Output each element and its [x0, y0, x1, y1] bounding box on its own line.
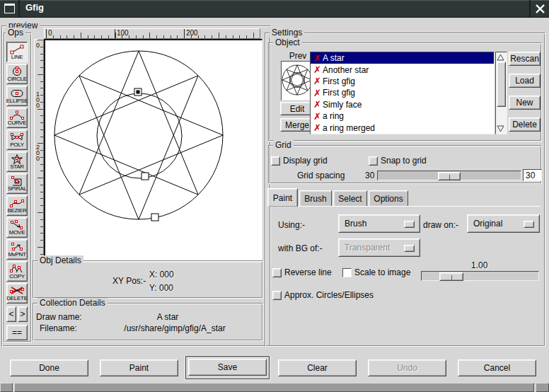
- object-marker-icon: ✗: [312, 123, 323, 132]
- load-button[interactable]: Load: [509, 74, 541, 88]
- star-icon: [8, 154, 25, 164]
- control-point-handle: [151, 214, 158, 221]
- ops-frame-label: Ops: [6, 28, 25, 38]
- tool-ellipse-button[interactable]: ELLIPSE: [6, 86, 28, 106]
- tool-curve-button[interactable]: CURVE: [6, 108, 28, 128]
- undo-button: Undo: [368, 359, 446, 376]
- scale-slider-handle[interactable]: [439, 272, 463, 281]
- grid-spacing-entry[interactable]: [523, 169, 542, 181]
- tab-paint[interactable]: Paint: [267, 188, 298, 207]
- save-button-label: Save: [218, 362, 237, 372]
- move-point-icon: [8, 242, 25, 252]
- object-marker-icon: ✗: [312, 76, 323, 86]
- object-frame-label: Object: [273, 38, 302, 47]
- list-item[interactable]: ✗ A star: [311, 52, 494, 64]
- tab-select[interactable]: Select: [333, 190, 367, 207]
- list-item[interactable]: ✗ Simly face: [311, 99, 494, 110]
- snap-to-grid-label: Snap to grid: [381, 156, 427, 166]
- scale-slider[interactable]: [421, 271, 539, 281]
- drawing-canvas[interactable]: [44, 39, 262, 263]
- scroll-up-icon[interactable]: [497, 54, 504, 61]
- tool-star-button[interactable]: STAR: [6, 151, 28, 172]
- save-button[interactable]: Save: [188, 359, 267, 376]
- cancel-button[interactable]: Cancel: [458, 359, 536, 376]
- tab-brush[interactable]: Brush: [299, 190, 332, 207]
- status-strip-left: [0, 383, 13, 392]
- merge-button[interactable]: Merge: [280, 118, 314, 132]
- titlebar[interactable]: Gfig: [0, 0, 549, 18]
- collection-details-frame: Collection Details Draw name: A star Fil…: [33, 303, 263, 341]
- list-item[interactable]: ✗ a ring merged: [311, 122, 494, 133]
- star-figure: [45, 40, 262, 262]
- undo-button-label: Undo: [397, 363, 417, 373]
- tool-label: SPIRAL: [8, 186, 27, 192]
- curve-icon: [8, 110, 25, 120]
- using-dropdown-value: Brush: [345, 219, 366, 229]
- dropdown-indicator-icon: [404, 245, 415, 252]
- grid-spacing-slider-handle[interactable]: [438, 172, 461, 180]
- copy-icon: [8, 264, 25, 274]
- hruler-label: 100: [115, 29, 129, 38]
- grid-spacing-slider[interactable]: [377, 171, 521, 180]
- list-item-label: Simly face: [323, 100, 362, 110]
- scroll-down-icon[interactable]: [497, 125, 504, 132]
- tool-move-button[interactable]: MOVE: [6, 217, 28, 238]
- tool-copy-button[interactable]: COPY: [6, 261, 28, 282]
- vertical-ruler: 0 100 200: [34, 39, 44, 262]
- tool-circle-button[interactable]: CIRCLE: [6, 64, 28, 84]
- prev-object-button[interactable]: <: [6, 306, 16, 322]
- tool-spiral-button[interactable]: SPIRAL: [6, 173, 28, 194]
- tool-delete-button[interactable]: DELETE: [6, 283, 28, 304]
- tab-paint-label: Paint: [273, 193, 292, 203]
- paint-button[interactable]: Paint: [100, 359, 178, 376]
- show-all-button[interactable]: ==: [6, 325, 28, 340]
- approx-circles-label: Approx. Circles/Ellipses: [284, 290, 374, 300]
- tool-poly-button[interactable]: POLY: [6, 129, 28, 150]
- clear-button[interactable]: Clear: [278, 359, 357, 376]
- scrollbar-thumb[interactable]: [497, 62, 506, 107]
- mini-star-figure: [282, 62, 313, 98]
- list-item[interactable]: ✗ First gfig: [311, 87, 494, 98]
- notebook-edge: [267, 206, 541, 207]
- list-item[interactable]: ✗ a ring: [311, 110, 494, 122]
- delete-icon: [8, 286, 25, 296]
- list-item-label: Another star: [323, 65, 369, 75]
- draw-on-dropdown[interactable]: Original: [467, 214, 540, 233]
- snap-to-grid-checkbox[interactable]: [369, 156, 378, 166]
- list-item[interactable]: ✗ Another star: [311, 64, 494, 75]
- tab-options[interactable]: Options: [369, 190, 408, 207]
- tab-select-label: Select: [338, 194, 362, 204]
- poly-icon: [8, 132, 25, 142]
- tool-mvpnt-button[interactable]: MvPNT: [6, 239, 28, 260]
- bg-dropdown[interactable]: Transparent: [338, 238, 420, 257]
- done-button[interactable]: Done: [10, 359, 88, 376]
- delete-button[interactable]: Delete: [509, 117, 541, 132]
- tool-bezier-button[interactable]: BEZIER: [6, 195, 28, 216]
- grid-frame-label: Grid: [273, 140, 294, 150]
- scale-to-image-checkbox[interactable]: [342, 268, 352, 277]
- list-item[interactable]: ✗ First gfig: [311, 76, 494, 87]
- close-button[interactable]: [529, 0, 549, 17]
- reverse-line-checkbox[interactable]: [272, 268, 282, 277]
- edit-button[interactable]: Edit: [280, 102, 314, 115]
- object-marker-icon: ✗: [312, 54, 323, 63]
- x-position-value: X: 000: [149, 270, 174, 279]
- edit-button-label: Edit: [290, 104, 305, 114]
- display-grid-checkbox[interactable]: [271, 156, 280, 166]
- object-list-scrollbar[interactable]: [495, 52, 507, 134]
- window-menu-button[interactable]: [0, 0, 20, 17]
- tool-label: MOVE: [9, 230, 25, 236]
- tool-line-button[interactable]: LINE: [6, 42, 28, 62]
- merge-button-label: Merge: [285, 120, 309, 130]
- hruler-label: 200: [184, 29, 198, 38]
- done-button-label: Done: [39, 363, 59, 373]
- object-marker-icon: ✗: [312, 88, 323, 98]
- approx-circles-checkbox[interactable]: [272, 291, 282, 300]
- next-object-button[interactable]: >: [18, 306, 28, 322]
- using-dropdown[interactable]: Brush: [338, 214, 420, 233]
- load-button-label: Load: [515, 76, 534, 86]
- rescan-button[interactable]: Rescan: [509, 52, 541, 66]
- dropdown-indicator-icon: [524, 221, 534, 228]
- filename-label: Filename:: [40, 323, 77, 333]
- new-button[interactable]: New: [509, 96, 541, 110]
